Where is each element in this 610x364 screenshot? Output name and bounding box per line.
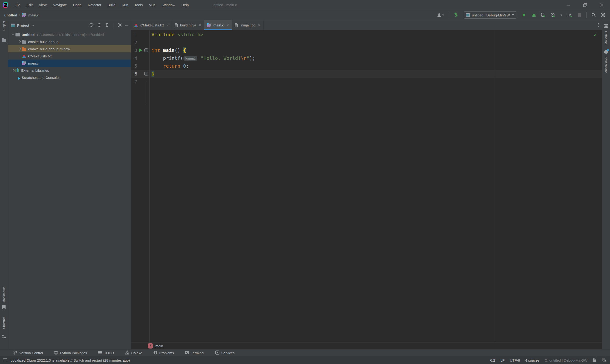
menu-tools[interactable]: Tools: [131, 1, 146, 8]
run-line-icon[interactable]: [139, 48, 142, 52]
menu-edit[interactable]: Edit: [23, 1, 36, 8]
attach-to-process-button[interactable]: [566, 12, 573, 19]
restore-button[interactable]: [577, 0, 593, 10]
tool-stripe-structure[interactable]: Structure: [0, 316, 8, 329]
run-configuration-select[interactable]: untitled | Debug-MinGW: [464, 12, 517, 19]
menu-run[interactable]: Run: [118, 1, 131, 8]
tab-list-more-icon[interactable]: [598, 23, 599, 27]
tool-window-button-services[interactable]: Services: [215, 351, 235, 355]
code-token: [180, 47, 183, 53]
tool-window-button-todo[interactable]: TODO: [98, 351, 114, 355]
profiler-button[interactable]: [549, 12, 556, 19]
help-status-icon[interactable]: ?: [601, 358, 607, 363]
status-segment-indent[interactable]: 4 spaces: [525, 358, 539, 362]
tree-row-main-c[interactable]: cmain.c: [8, 60, 131, 67]
chevron-open-icon[interactable]: [10, 34, 15, 35]
tree-row-cmake-build-debug-mingw[interactable]: cmake-build-debug-mingw: [8, 45, 131, 52]
chevron-closed-icon[interactable]: [17, 48, 22, 50]
breadcrumb-function-name[interactable]: main: [155, 344, 163, 348]
user-account-icon[interactable]: [435, 12, 446, 19]
status-message[interactable]: Localized CLion 2022.1.3 is available //…: [11, 358, 130, 362]
collapse-all-icon[interactable]: [104, 23, 109, 28]
debug-button[interactable]: [530, 12, 537, 19]
close-tab-icon[interactable]: ×: [166, 23, 169, 27]
tool-stripe-notifications[interactable]: Notifications: [602, 56, 610, 73]
chevron-closed-icon[interactable]: [10, 69, 15, 71]
tab-cmakelists-txt[interactable]: CMakeLists.txt×: [131, 20, 172, 30]
tool-stripe-project[interactable]: Project: [0, 21, 8, 30]
status-segment-encoding[interactable]: UTF-8: [510, 358, 520, 362]
notifications-bell-icon[interactable]: [602, 50, 610, 53]
window-controls: [560, 0, 610, 10]
tool-window-button-terminal[interactable]: Terminal: [185, 351, 204, 355]
menu-code[interactable]: Code: [70, 1, 85, 8]
toolbar-separator: [449, 12, 449, 18]
menu-file[interactable]: File: [12, 1, 23, 8]
menu-build[interactable]: Build: [104, 1, 118, 8]
hide-panel-icon[interactable]: [125, 25, 129, 26]
close-button[interactable]: [593, 0, 610, 10]
project-panel-title[interactable]: Project: [11, 23, 34, 27]
menu-navigate[interactable]: Navigate: [50, 1, 70, 8]
search-everywhere-icon[interactable]: [590, 12, 597, 19]
text-file-icon: [235, 23, 238, 27]
bookmark-icon[interactable]: [0, 305, 8, 309]
database-icon[interactable]: [602, 24, 610, 28]
breadcrumb-file[interactable]: main.c: [28, 13, 39, 17]
status-config[interactable]: C: untitled | Debug-MinGW: [545, 358, 587, 362]
code-token: [180, 63, 183, 69]
tab-main-c[interactable]: cmain.c×: [204, 20, 232, 30]
run-button[interactable]: [521, 12, 528, 19]
libraries-icon: [15, 68, 19, 72]
run-with-coverage-button[interactable]: [540, 12, 547, 19]
packages-icon: [54, 351, 58, 355]
menu-window[interactable]: Window: [159, 1, 178, 8]
code-editor[interactable]: 123−456−7 #include <stdio.h>int main() {…: [131, 30, 602, 342]
tool-window-button-problems[interactable]: Problems: [153, 351, 174, 355]
close-tab-icon[interactable]: ×: [258, 23, 260, 27]
stop-button[interactable]: [576, 12, 583, 19]
close-tab-icon[interactable]: ×: [227, 23, 229, 27]
tab-build-ninja[interactable]: build.ninja×: [172, 20, 204, 30]
tree-row-cmake-build-debug[interactable]: cmake-build-debug: [8, 38, 131, 45]
lock-icon[interactable]: [593, 358, 596, 363]
tool-stripe-bookmarks[interactable]: Bookmarks: [0, 286, 8, 302]
tool-window-button-cmake[interactable]: CMake: [125, 351, 142, 355]
locate-file-icon[interactable]: [89, 23, 94, 28]
close-tab-icon[interactable]: ×: [199, 23, 201, 27]
tree-row-scratches[interactable]: Scratches and Consoles: [8, 74, 131, 81]
menu-refactor[interactable]: Refactor: [85, 1, 104, 8]
code-token: [160, 47, 163, 53]
inspection-ok-icon[interactable]: ✔: [594, 32, 597, 37]
minimize-button[interactable]: [560, 0, 577, 10]
status-segment-line-ending[interactable]: LF: [500, 358, 505, 362]
status-segment-caret-position[interactable]: 6:2: [490, 358, 495, 362]
settings-gear-icon[interactable]: [599, 12, 607, 19]
tool-window-button-version-control[interactable]: Version Control: [13, 351, 43, 355]
tool-stripe-database[interactable]: Database: [602, 31, 610, 45]
chevron-down-icon: [32, 25, 34, 26]
chevron-closed-icon[interactable]: [17, 41, 22, 43]
fold-marker-icon[interactable]: −: [144, 72, 148, 76]
build-hammer-icon[interactable]: [453, 12, 460, 19]
fold-marker-icon[interactable]: −: [144, 48, 148, 52]
tree-row-cmakelists[interactable]: CMakeLists.txt: [8, 52, 131, 60]
folder-icon[interactable]: [0, 38, 8, 42]
structure-icon[interactable]: [0, 335, 8, 338]
expand-all-icon[interactable]: [97, 23, 101, 28]
terminal-icon: [185, 351, 189, 355]
menu-view[interactable]: View: [36, 1, 50, 8]
panel-settings-gear-icon[interactable]: [118, 23, 122, 28]
menu-help[interactable]: Help: [178, 1, 192, 8]
tab-label: build.ninja: [180, 23, 196, 27]
tool-window-button-python-packages[interactable]: Python Packages: [54, 351, 87, 355]
menu-vcs[interactable]: VCS: [146, 1, 159, 8]
breadcrumb-project[interactable]: untitled: [4, 13, 17, 17]
code-token: ;: [186, 63, 189, 69]
tree-row-external-libraries[interactable]: External Libraries: [8, 67, 131, 74]
event-log-icon[interactable]: [3, 358, 7, 362]
tree-row-untitled[interactable]: untitledC:\Users\NatsuYuki\CLionProjects…: [8, 31, 131, 38]
cmake-icon: [134, 23, 138, 27]
tab--ninja-log[interactable]: .ninja_log×: [232, 20, 263, 30]
profiler-options-chevron-icon[interactable]: [559, 12, 564, 19]
